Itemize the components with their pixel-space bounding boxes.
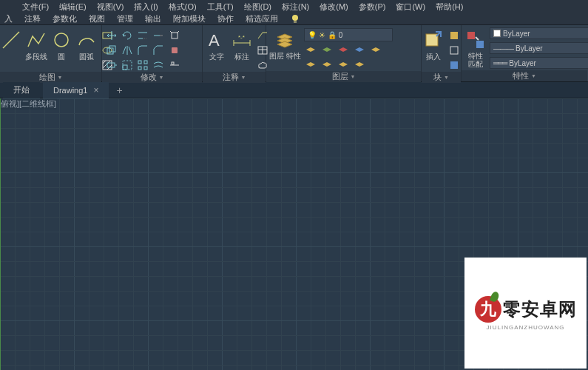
svg-rect-19 [138, 67, 141, 70]
svg-rect-12 [107, 48, 113, 54]
watermark-logo-icon: 九 [475, 296, 501, 323]
svg-rect-1 [294, 21, 297, 23]
ribbon-tab-view[interactable]: 视图 [86, 13, 108, 24]
tool-extend[interactable] [152, 29, 165, 42]
svg-rect-15 [123, 65, 127, 70]
menu-draw[interactable]: 绘图(D) [244, 1, 271, 13]
panel-block-title[interactable]: 块▼ [422, 72, 461, 83]
tool-copy[interactable] [105, 44, 118, 57]
svg-rect-17 [138, 61, 141, 64]
layer-tool-8[interactable] [337, 58, 350, 71]
chevron-down-icon: ▼ [159, 75, 164, 80]
menu-modify[interactable]: 修改(M) [320, 1, 348, 13]
tool-line[interactable] [0, 27, 22, 51]
block-tool-3[interactable] [447, 58, 461, 72]
tool-circle[interactable]: 圆 [50, 27, 72, 62]
svg-rect-39 [467, 32, 475, 39]
ribbon-tab-parametric[interactable]: 参数化 [50, 13, 80, 24]
layer-tool-3[interactable] [337, 43, 350, 56]
ribbon-tab-featured[interactable]: 精选应用 [243, 13, 281, 24]
watermark: 九 零安卓网 JIULINGANZHUOWANG [464, 258, 587, 369]
menu-dimension[interactable]: 标注(N) [282, 1, 309, 13]
tool-arc[interactable]: 圆弧 [75, 27, 98, 62]
layer-tool-6[interactable] [304, 58, 317, 71]
tool-stretch[interactable] [105, 58, 118, 72]
block-tool-1[interactable] [447, 29, 461, 42]
block-tool-2[interactable] [447, 44, 461, 57]
svg-rect-21 [172, 33, 178, 38]
svg-rect-13 [109, 46, 115, 52]
layer-tool-2[interactable] [320, 43, 334, 56]
panel-annotation-title[interactable]: 注释▼ [203, 72, 266, 83]
menu-format[interactable]: 格式(O) [169, 1, 197, 13]
tool-trim[interactable] [136, 29, 149, 42]
tool-polyline[interactable]: 多段线 [25, 27, 47, 62]
svg-rect-37 [450, 47, 458, 54]
panel-layers-title[interactable]: 图层▼ [266, 71, 421, 82]
ribbon-tab-output[interactable]: 输出 [142, 13, 164, 24]
layer-tool-9[interactable] [353, 58, 366, 71]
tool-chamfer[interactable] [152, 44, 165, 57]
menu-window[interactable]: 窗口(W) [396, 1, 425, 13]
tab-drawing1[interactable]: Drawing1 × [43, 82, 109, 98]
lineweight-selector[interactable]: ═══ByLayer [490, 57, 588, 69]
layer-tool-5[interactable] [369, 43, 382, 56]
tool-mirror[interactable] [121, 44, 134, 57]
svg-line-2 [3, 32, 19, 48]
tool-explode[interactable] [168, 29, 181, 42]
layer-tool-4[interactable] [353, 43, 366, 56]
tool-layer-properties[interactable]: 图层 特性 [269, 27, 301, 60]
menu-view[interactable]: 视图(V) [97, 1, 124, 13]
tab-start[interactable]: 开始 [3, 82, 40, 98]
tool-move[interactable] [105, 29, 118, 42]
svg-rect-14 [107, 63, 115, 67]
drawing-canvas[interactable]: 俯视][二维线框] 九 零安卓网 JIULINGANZHUOWANG [0, 98, 588, 370]
menu-edit[interactable]: 编辑(E) [59, 1, 87, 13]
ribbon-tab-manage[interactable]: 管理 [114, 13, 136, 24]
tool-dimension[interactable]: *-* 标注 [231, 27, 253, 62]
watermark-brand: 零安卓网 [503, 297, 577, 321]
menu-insert[interactable]: 插入(I) [134, 1, 158, 13]
ribbon-tab-addins[interactable]: 附加模块 [170, 13, 209, 24]
layer-selector[interactable]: 💡 ☀ 🔒 0 [304, 28, 393, 41]
chevron-down-icon: ▼ [241, 75, 246, 80]
layer-tool-1[interactable] [304, 43, 317, 56]
tool-scale[interactable] [121, 58, 134, 72]
svg-rect-40 [476, 41, 484, 48]
svg-rect-26 [172, 62, 174, 64]
chevron-down-icon: ▼ [351, 74, 356, 79]
lightbulb-icon[interactable] [287, 13, 299, 25]
menu-param[interactable]: 参数(P) [359, 1, 386, 13]
watermark-sub: JIULINGANZHUOWANG [486, 324, 564, 331]
ribbon-tabs: 入 注释 参数化 视图 管理 输出 附加模块 协作 精选应用 [0, 13, 588, 25]
document-tabs: 开始 Drawing1 × + [0, 82, 588, 98]
tool-fillet[interactable] [136, 44, 149, 57]
tool-match-properties[interactable]: 特性 匹配 [464, 27, 487, 68]
menu-tools[interactable]: 工具(T) [207, 1, 234, 13]
panel-modify-title[interactable]: 修改▼ [102, 72, 202, 83]
add-tab-button[interactable]: + [112, 83, 126, 98]
svg-text:*-*: *-* [238, 34, 245, 41]
ribbon-tab-collab[interactable]: 协作 [214, 13, 237, 24]
layer-tool-7[interactable] [320, 58, 334, 71]
panel-layers: 图层 特性 💡 ☀ 🔒 0 [266, 25, 422, 81]
panel-properties-title[interactable]: 特性▼ [462, 70, 587, 81]
linetype-selector[interactable]: ———ByLayer [490, 42, 588, 54]
tool-rotate[interactable] [121, 29, 134, 42]
tool-offset[interactable] [152, 58, 165, 72]
close-icon[interactable]: × [93, 85, 98, 95]
panel-properties: 特性 匹配 ByLayer ———ByLayer ═══ByLayer 特性▼ [462, 25, 587, 81]
view-label[interactable]: 俯视][二维线框] [0, 98, 57, 110]
svg-rect-38 [450, 61, 458, 69]
tool-align[interactable] [168, 58, 181, 72]
color-selector[interactable]: ByLayer [490, 27, 588, 39]
menu-file[interactable]: 文件(F) [22, 1, 49, 13]
ribbon-tab-insert2[interactable]: 入 [1, 13, 16, 24]
tool-array[interactable] [136, 58, 149, 72]
ribbon-tab-annotation[interactable]: 注释 [21, 13, 44, 24]
tool-block-insert[interactable]: 插入 [422, 27, 445, 62]
menu-help[interactable]: 帮助(H) [436, 1, 463, 13]
tool-erase[interactable] [168, 44, 181, 57]
tool-text[interactable]: A 文字 [206, 27, 228, 62]
svg-point-3 [55, 33, 68, 47]
